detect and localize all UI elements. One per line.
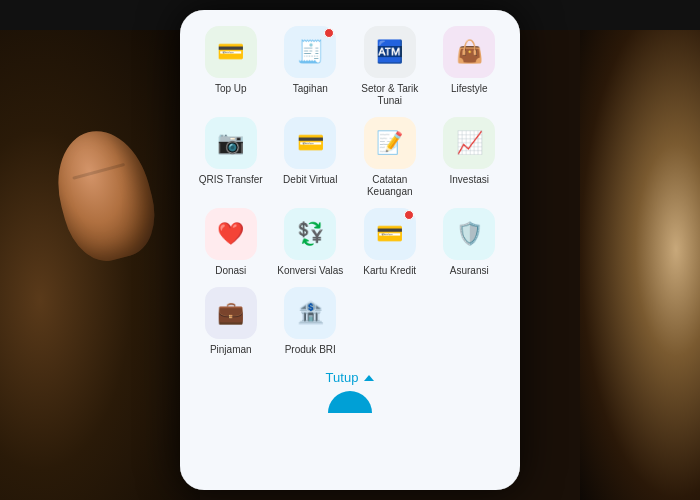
notification-dot-kartu-kredit [404, 210, 414, 220]
icon-wrapper-catatan-keuangan: 📝 [364, 117, 416, 169]
menu-item-tagihan[interactable]: 🧾Tagihan [274, 26, 348, 107]
menu-label-donasi: Donasi [215, 265, 246, 277]
menu-item-donasi[interactable]: ❤️Donasi [194, 208, 268, 277]
icon-bg-catatan-keuangan: 📝 [364, 117, 416, 169]
menu-item-produk-bri[interactable]: 🏦Produk BRI [274, 287, 348, 356]
icon-wrapper-kartu-kredit: 💳 [364, 208, 416, 260]
menu-grid: 💳Top Up🧾Tagihan🏧Setor & Tarik Tunai👜Life… [190, 26, 510, 356]
icon-bg-qris: 📷 [205, 117, 257, 169]
icon-bg-donasi: ❤️ [205, 208, 257, 260]
icon-bg-investasi: 📈 [443, 117, 495, 169]
background-right [580, 0, 700, 500]
menu-label-tagihan: Tagihan [293, 83, 328, 95]
menu-item-asuransi[interactable]: 🛡️Asuransi [433, 208, 507, 277]
menu-item-top-up[interactable]: 💳Top Up [194, 26, 268, 107]
icon-wrapper-pinjaman: 💼 [205, 287, 257, 339]
icon-wrapper-konversi-valas: 💱 [284, 208, 336, 260]
icon-bg-top-up: 💳 [205, 26, 257, 78]
icon-bg-pinjaman: 💼 [205, 287, 257, 339]
icon-wrapper-qris: 📷 [205, 117, 257, 169]
icon-wrapper-lifestyle: 👜 [443, 26, 495, 78]
menu-item-investasi[interactable]: 📈Investasi [433, 117, 507, 198]
tutup-label: Tutup [326, 370, 359, 385]
menu-label-qris: QRIS Transfer [199, 174, 263, 186]
screen-content: 💳Top Up🧾Tagihan🏧Setor & Tarik Tunai👜Life… [180, 10, 520, 490]
icon-bg-setor-tarik: 🏧 [364, 26, 416, 78]
tutup-button[interactable]: Tutup [326, 370, 375, 385]
menu-item-lifestyle[interactable]: 👜Lifestyle [433, 26, 507, 107]
icon-wrapper-top-up: 💳 [205, 26, 257, 78]
icon-bg-produk-bri: 🏦 [284, 287, 336, 339]
icon-wrapper-donasi: ❤️ [205, 208, 257, 260]
menu-label-konversi-valas: Konversi Valas [277, 265, 343, 277]
menu-item-kartu-kredit[interactable]: 💳Kartu Kredit [353, 208, 427, 277]
phone-screen: 💳Top Up🧾Tagihan🏧Setor & Tarik Tunai👜Life… [180, 10, 520, 490]
bottom-circle [328, 391, 372, 413]
menu-label-investasi: Investasi [450, 174, 489, 186]
icon-bg-konversi-valas: 💱 [284, 208, 336, 260]
menu-item-debit-virtual[interactable]: 💳Debit Virtual [274, 117, 348, 198]
menu-label-catatan-keuangan: Catatan Keuangan [353, 174, 427, 198]
icon-bg-lifestyle: 👜 [443, 26, 495, 78]
icon-bg-asuransi: 🛡️ [443, 208, 495, 260]
icon-wrapper-tagihan: 🧾 [284, 26, 336, 78]
chevron-up-icon [364, 375, 374, 381]
menu-label-pinjaman: Pinjaman [210, 344, 252, 356]
menu-item-qris[interactable]: 📷QRIS Transfer [194, 117, 268, 198]
menu-item-pinjaman[interactable]: 💼Pinjaman [194, 287, 268, 356]
icon-wrapper-investasi: 📈 [443, 117, 495, 169]
menu-item-setor-tarik[interactable]: 🏧Setor & Tarik Tunai [353, 26, 427, 107]
menu-label-kartu-kredit: Kartu Kredit [363, 265, 416, 277]
menu-item-catatan-keuangan[interactable]: 📝Catatan Keuangan [353, 117, 427, 198]
menu-label-asuransi: Asuransi [450, 265, 489, 277]
menu-label-setor-tarik: Setor & Tarik Tunai [353, 83, 427, 107]
menu-label-debit-virtual: Debit Virtual [283, 174, 337, 186]
icon-wrapper-asuransi: 🛡️ [443, 208, 495, 260]
icon-bg-debit-virtual: 💳 [284, 117, 336, 169]
icon-wrapper-produk-bri: 🏦 [284, 287, 336, 339]
icon-wrapper-debit-virtual: 💳 [284, 117, 336, 169]
menu-label-lifestyle: Lifestyle [451, 83, 488, 95]
menu-label-produk-bri: Produk BRI [285, 344, 336, 356]
menu-item-konversi-valas[interactable]: 💱Konversi Valas [274, 208, 348, 277]
phone-wrapper: 💳Top Up🧾Tagihan🏧Setor & Tarik Tunai👜Life… [0, 0, 700, 500]
menu-label-top-up: Top Up [215, 83, 247, 95]
icon-wrapper-setor-tarik: 🏧 [364, 26, 416, 78]
